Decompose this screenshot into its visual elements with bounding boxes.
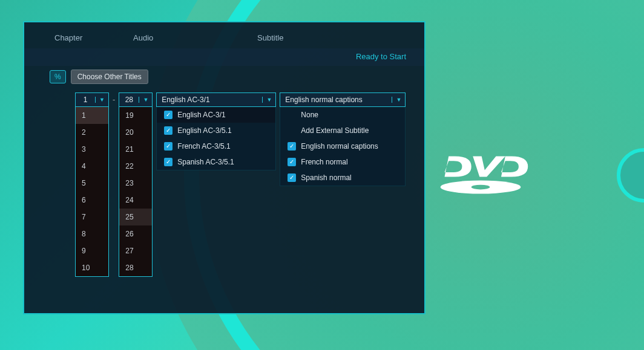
svg-point-1 xyxy=(472,185,490,190)
chapter-start-list: 12345678910 xyxy=(75,107,109,277)
checkbox-icon: ✓ xyxy=(164,126,172,135)
audio-option[interactable]: ✓English AC-3/5.1 xyxy=(157,123,275,138)
chapter-list-item[interactable]: 19 xyxy=(119,107,152,124)
chapter-list-item[interactable]: 23 xyxy=(119,175,152,192)
chapter-list-item[interactable]: 6 xyxy=(76,192,108,209)
chapter-start-dropdown[interactable]: 1 ▼ xyxy=(75,92,109,107)
chapter-list-item[interactable]: 28 xyxy=(119,259,152,276)
checkbox-icon: ✓ xyxy=(164,142,172,151)
chapter-list-item[interactable]: 8 xyxy=(76,225,108,242)
subtitle-option[interactable]: ✓Spanish normal xyxy=(280,170,405,186)
range-separator: - xyxy=(113,92,115,107)
chapter-end-dropdown[interactable]: 28 ▼ xyxy=(119,92,153,107)
choose-other-titles-button[interactable]: Choose Other Titles xyxy=(71,70,148,84)
chapter-list-item[interactable]: 3 xyxy=(76,141,108,158)
checkbox-icon: ✓ xyxy=(164,111,172,119)
subtitle-option[interactable]: Add External Subtitle xyxy=(280,123,405,138)
subtitle-dropdown[interactable]: English normal captions ▼ xyxy=(280,92,406,107)
subtitle-option-label: Add External Subtitle xyxy=(301,126,369,135)
subtitle-option[interactable]: ✓English normal captions xyxy=(280,138,405,154)
dvd-logo xyxy=(429,151,532,202)
chapter-list-item[interactable]: 26 xyxy=(119,225,152,242)
audio-option-label: Spanish AC-3/5.1 xyxy=(177,158,234,166)
chapter-list-item[interactable]: 9 xyxy=(76,242,108,259)
column-headers: Chapter Audio Subtitle xyxy=(24,22,424,48)
chapter-list-item[interactable]: 24 xyxy=(119,192,152,209)
chevron-down-icon: ▼ xyxy=(95,97,108,103)
audio-option-label: French AC-3/5.1 xyxy=(177,142,230,151)
subtitle-selected: English normal captions xyxy=(280,96,392,104)
chapter-list-item[interactable]: 1 xyxy=(76,107,108,124)
audio-option[interactable]: ✓Spanish AC-3/5.1 xyxy=(157,154,275,170)
panels: 1 ▼ 12345678910 - 28 ▼ 19202122232425262… xyxy=(24,92,424,277)
subtitle-options-list: NoneAdd External Subtitle✓English normal… xyxy=(280,107,406,186)
subtitle-option[interactable]: ✓French normal xyxy=(280,154,405,170)
subtitle-option-label: None xyxy=(301,111,318,119)
subtitle-option-label: English normal captions xyxy=(301,142,378,151)
toolbar: % Choose Other Titles xyxy=(24,66,424,92)
chapter-list-item[interactable]: 20 xyxy=(119,124,152,141)
chapter-end-column: 28 ▼ 19202122232425262728 xyxy=(119,92,153,277)
chapter-end-list: 19202122232425262728 xyxy=(119,107,153,277)
percent-badge: % xyxy=(50,70,66,83)
chapter-list-item[interactable]: 5 xyxy=(76,175,108,192)
audio-option[interactable]: ✓English AC-3/1 xyxy=(157,107,275,123)
audio-header: Audio xyxy=(133,33,257,42)
subtitle-option[interactable]: None xyxy=(280,107,405,123)
audio-options-list: ✓English AC-3/1✓English AC-3/5.1✓French … xyxy=(156,107,276,170)
chapter-list-item[interactable]: 7 xyxy=(76,209,108,225)
chapter-start-column: 1 ▼ 12345678910 xyxy=(75,92,109,277)
chapter-list-item[interactable]: 4 xyxy=(76,158,108,175)
audio-selected: English AC-3/1 xyxy=(157,96,262,104)
chapter-list-item[interactable]: 10 xyxy=(76,259,108,276)
audio-column: English AC-3/1 ▼ ✓English AC-3/1✓English… xyxy=(156,92,276,277)
chapter-header: Chapter xyxy=(54,33,133,42)
audio-option[interactable]: ✓French AC-3/5.1 xyxy=(157,138,275,154)
chapter-end-value: 28 xyxy=(119,96,139,104)
chevron-down-icon: ▼ xyxy=(139,97,152,103)
checkbox-icon: ✓ xyxy=(288,173,296,182)
audio-option-label: English AC-3/1 xyxy=(177,111,225,119)
chevron-down-icon: ▼ xyxy=(392,97,405,103)
chapter-range: 1 ▼ 12345678910 - 28 ▼ 19202122232425262… xyxy=(75,92,153,277)
subtitle-header: Subtitle xyxy=(257,33,348,42)
chapter-list-item[interactable]: 2 xyxy=(76,124,108,141)
chapter-list-item[interactable]: 25 xyxy=(119,209,152,225)
chapter-start-value: 1 xyxy=(76,96,95,104)
audio-dropdown[interactable]: English AC-3/1 ▼ xyxy=(156,92,276,107)
subtitle-option-label: Spanish normal xyxy=(301,173,351,182)
status-text: Ready to Start xyxy=(24,48,424,66)
chapter-list-item[interactable]: 22 xyxy=(119,158,152,175)
subtitle-option-label: French normal xyxy=(301,158,347,166)
app-window: Chapter Audio Subtitle Ready to Start % … xyxy=(23,21,426,314)
checkbox-icon: ✓ xyxy=(164,158,172,166)
subtitle-column: English normal captions ▼ NoneAdd Extern… xyxy=(280,92,406,277)
chapter-list-item[interactable]: 27 xyxy=(119,242,152,259)
checkbox-icon: ✓ xyxy=(288,142,296,151)
audio-option-label: English AC-3/5.1 xyxy=(177,126,231,135)
chevron-down-icon: ▼ xyxy=(262,97,275,103)
chapter-list-item[interactable]: 21 xyxy=(119,141,152,158)
checkbox-icon: ✓ xyxy=(288,158,296,166)
